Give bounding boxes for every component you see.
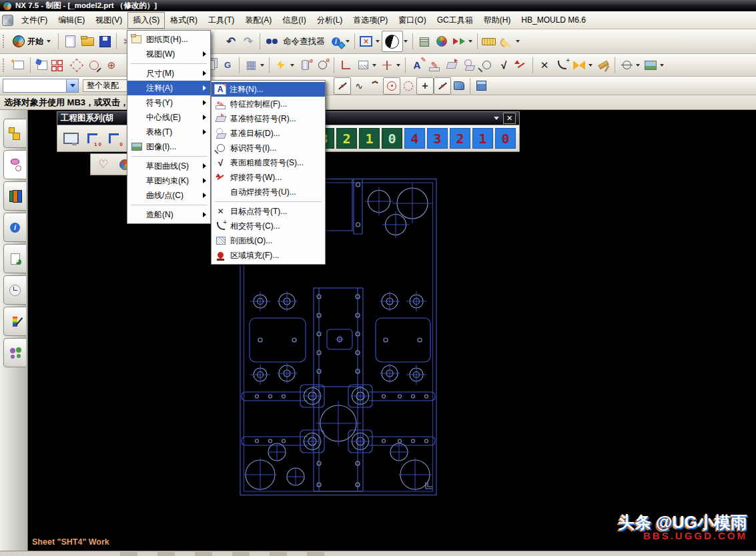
corner-style-1-icon[interactable]: 1 0 <box>82 129 102 148</box>
submenu-item-datum-target[interactable]: 基准目标(D)... <box>212 126 325 141</box>
save-button[interactable] <box>96 33 113 49</box>
detail-view-icon[interactable] <box>68 57 85 73</box>
menu-hb-mould[interactable]: HB_MOULD M6.6 <box>516 13 591 27</box>
target-point-icon[interactable]: ✕ <box>536 57 553 73</box>
binoculars-icon[interactable] <box>263 33 280 49</box>
chevron-down-icon[interactable] <box>516 40 520 43</box>
submenu-item-auto-weld-symbol[interactable]: 自动焊接符号(U)... <box>212 185 325 199</box>
note-icon[interactable]: A <box>408 57 426 73</box>
spline-tool-icon[interactable]: ∿ <box>351 78 367 94</box>
menu-item-sketch-constraint[interactable]: 草图约束(K) <box>127 173 210 188</box>
start-button[interactable]: 开始 <box>10 31 55 52</box>
chevron-down-icon[interactable] <box>404 40 408 43</box>
feature-control-frame-icon[interactable] <box>426 57 443 73</box>
blue-button-1[interactable]: 1 <box>472 128 493 149</box>
blue-button-4[interactable]: 4 <box>404 128 425 149</box>
line2-tool-icon[interactable] <box>434 77 451 95</box>
command-finder-button[interactable]: 命令查找器 <box>280 36 328 47</box>
menu-item-annotation[interactable]: 注释(A) <box>127 81 210 95</box>
measure-distance-icon[interactable] <box>480 33 498 49</box>
blue-button-3[interactable]: 3 <box>427 128 448 149</box>
green-button-2[interactable]: 2 <box>336 128 357 149</box>
tab-report[interactable] <box>3 244 26 273</box>
crosshair-target-icon[interactable] <box>618 57 635 73</box>
chevron-down-icon[interactable] <box>376 40 380 43</box>
menu-item-centerline[interactable]: 中心线(E) <box>127 110 210 125</box>
face-tool-icon[interactable] <box>451 78 467 94</box>
rapid-dimension-icon[interactable] <box>272 57 290 73</box>
projected-view-icon[interactable] <box>51 57 68 73</box>
info-cascade-icon[interactable] <box>328 33 345 49</box>
menu-insert[interactable]: 插入(S) <box>127 12 165 29</box>
menu-item-table[interactable]: 表格(T) <box>127 125 210 139</box>
redo-button[interactable]: ↷ <box>240 33 257 49</box>
window-close-icon[interactable] <box>358 33 375 49</box>
chevron-down-icon[interactable] <box>660 64 664 67</box>
menu-item-image[interactable]: 图像(I)... <box>127 139 210 154</box>
blue-button-2[interactable]: 2 <box>450 128 470 149</box>
intersection-symbol-icon[interactable] <box>553 57 571 73</box>
submenu-item-id-symbol[interactable]: 标识符号(I)... <box>212 141 325 155</box>
line-tool-icon[interactable] <box>334 77 351 95</box>
base-view-icon[interactable] <box>33 57 51 73</box>
menu-item-shipbuilding[interactable]: 造船(N) <box>127 207 210 222</box>
chevron-down-icon[interactable] <box>636 64 640 67</box>
chevron-down-icon[interactable] <box>346 40 350 43</box>
datum-feature-icon[interactable] <box>443 57 460 73</box>
undo-button[interactable]: ↶ <box>222 33 240 49</box>
chevron-down-icon[interactable] <box>589 64 593 67</box>
submenu-item-surface-finish[interactable]: 表面粗糙度符号(S)... <box>212 155 325 170</box>
chevron-down-icon[interactable] <box>396 64 400 67</box>
sheet-settings-icon[interactable] <box>61 129 81 148</box>
menu-analysis[interactable]: 分析(L) <box>312 12 348 29</box>
tab-assembly-navigator[interactable] <box>3 119 26 148</box>
show-hide-arrows-icon[interactable] <box>450 33 468 49</box>
open-button[interactable] <box>79 33 96 49</box>
menu-format[interactable]: 格式(R) <box>165 12 203 29</box>
display-mode-icon[interactable] <box>382 31 403 52</box>
toolbar-grip[interactable] <box>3 35 7 48</box>
chevron-down-icon[interactable] <box>494 117 499 120</box>
view-rotate-icon[interactable]: ⊕ <box>103 57 120 73</box>
submenu-item-datum-feature-symbol[interactable]: 基准特征符号(R)... <box>212 111 325 126</box>
green-button-1[interactable]: 1 <box>359 128 380 149</box>
circle-dashed-tool-icon[interactable] <box>400 78 416 94</box>
menu-item-view[interactable]: 视图(W) <box>127 47 210 61</box>
os-taskbar[interactable] <box>0 551 756 556</box>
menu-item-dimension[interactable]: 尺寸(M) <box>127 66 210 81</box>
gc-tool-icon[interactable]: G <box>219 57 236 73</box>
layer-settings-icon[interactable]: ▤ <box>416 33 433 49</box>
custom-symbol-icon[interactable] <box>571 57 588 73</box>
measure-angle-icon[interactable] <box>498 33 515 49</box>
chevron-down-icon[interactable] <box>372 64 376 67</box>
menu-view[interactable]: 视图(V) <box>90 12 127 29</box>
section-view-icon[interactable] <box>85 57 103 73</box>
tab-library[interactable] <box>3 181 26 211</box>
datum-target-icon[interactable] <box>460 57 478 73</box>
menu-tools[interactable]: 工具(T) <box>203 12 240 29</box>
menu-file[interactable]: 文件(F) <box>16 12 53 29</box>
chevron-down-icon[interactable] <box>468 40 472 43</box>
tab-roles[interactable] <box>3 338 26 367</box>
object-display-icon[interactable] <box>433 33 450 49</box>
hole-dimension-icon[interactable] <box>314 57 331 73</box>
submenu-item-feature-control-frame[interactable]: 特征控制框(F)... <box>212 97 325 111</box>
toolbar-grip[interactable] <box>3 59 7 72</box>
submenu-item-target-point-symbol[interactable]: 目标点符号(T)... <box>212 204 325 219</box>
blue-button-0[interactable]: 0 <box>495 128 516 149</box>
heart-sh-icon[interactable]: ♡ <box>93 155 113 174</box>
submenu-item-crosshatch[interactable]: 剖面线(O)... <box>212 233 325 248</box>
new-sheet-icon[interactable] <box>10 57 27 73</box>
selection-filter-combo[interactable] <box>3 79 79 93</box>
arc-tool-icon[interactable] <box>367 78 383 94</box>
section-line-icon[interactable] <box>354 57 372 73</box>
new-file-button[interactable] <box>61 33 79 49</box>
submenu-item-weld-symbol[interactable]: 焊接符号(W)... <box>212 170 325 185</box>
chevron-down-icon[interactable] <box>290 64 294 67</box>
grid-icon[interactable]: ▦ <box>242 57 260 73</box>
tab-internet[interactable] <box>3 213 26 242</box>
surface-finish-icon[interactable]: √ <box>495 57 512 73</box>
menu-item-sketch-curve[interactable]: 草图曲线(S) <box>127 159 210 173</box>
menu-preferences[interactable]: 首选项(P) <box>348 12 393 29</box>
menu-help[interactable]: 帮助(H) <box>478 12 516 29</box>
